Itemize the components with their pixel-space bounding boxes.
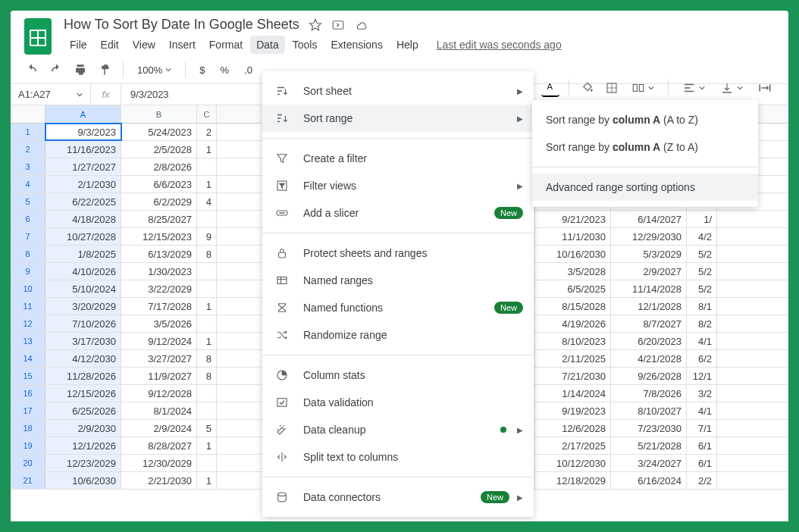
menu-add-slicer[interactable]: Add a slicer New — [262, 199, 534, 227]
submenu-advanced-sort[interactable]: Advanced range sorting options — [532, 174, 758, 201]
row-header[interactable]: 10 — [11, 280, 45, 297]
cell[interactable]: 1/8/2025 — [45, 246, 121, 262]
valign-button[interactable] — [716, 78, 747, 98]
cell[interactable]: 2/2 — [687, 472, 717, 489]
cell[interactable] — [197, 158, 217, 175]
cell[interactable]: 7/23/2030 — [611, 420, 687, 437]
print-button[interactable] — [71, 61, 89, 79]
redo-button[interactable] — [47, 61, 65, 79]
cell[interactable] — [197, 280, 217, 297]
cell[interactable]: 3/27/2027 — [121, 350, 197, 367]
cell[interactable]: 2/9/2027 — [611, 263, 687, 280]
cell[interactable]: 6/16/2024 — [611, 472, 687, 489]
menu-sort-range[interactable]: Sort range ▶ — [262, 105, 534, 132]
cell[interactable]: 4/1 — [687, 333, 717, 349]
cell[interactable]: 11/28/2026 — [45, 368, 121, 384]
cell[interactable]: 7/1 — [687, 420, 717, 437]
cell[interactable]: 7/17/2028 — [121, 298, 197, 315]
cell[interactable]: 8/1/2024 — [121, 402, 197, 419]
cell[interactable]: 8/10/2023 — [535, 333, 611, 349]
cloud-icon[interactable] — [354, 18, 368, 32]
row-header[interactable]: 2 — [11, 141, 45, 158]
menu-help[interactable]: Help — [390, 36, 425, 54]
cell[interactable]: 6/14/2027 — [611, 211, 687, 227]
percent-button[interactable]: % — [215, 61, 233, 79]
text-color-button[interactable]: A — [541, 79, 559, 97]
cell[interactable]: 8/15/2028 — [535, 298, 611, 315]
cell[interactable]: 2/5/2028 — [121, 141, 197, 158]
cell[interactable]: 4/2 — [687, 228, 717, 245]
cell[interactable]: 1/14/2024 — [535, 385, 611, 402]
row-header[interactable]: 1 — [11, 124, 45, 140]
menu-column-stats[interactable]: Column stats — [262, 361, 534, 389]
cell[interactable]: 10/12/2030 — [535, 455, 611, 471]
menu-format[interactable]: Format — [203, 36, 249, 54]
row-header[interactable]: 16 — [11, 385, 45, 402]
row-header[interactable]: 17 — [11, 402, 45, 419]
cell[interactable]: 1 — [197, 472, 217, 489]
row-header[interactable]: 11 — [11, 298, 45, 315]
cell[interactable]: 10/27/2028 — [45, 228, 121, 245]
menu-data-cleanup[interactable]: Data cleanup ▶ — [262, 416, 534, 443]
cell[interactable]: 5 — [197, 420, 217, 437]
cell[interactable]: 12/15/2023 — [121, 228, 197, 245]
cell[interactable]: 2/21/2030 — [121, 472, 197, 489]
cell[interactable]: 9/12/2028 — [121, 385, 197, 402]
row-header[interactable]: 6 — [11, 211, 45, 227]
cell[interactable]: 3/20/2029 — [45, 298, 121, 315]
cell[interactable]: 7/21/2030 — [535, 368, 611, 384]
menu-data-validation[interactable]: Data validation — [262, 389, 534, 416]
cell[interactable] — [197, 315, 217, 332]
cell[interactable]: 7/8/2026 — [611, 385, 687, 402]
decimal-button[interactable]: .0 — [240, 61, 257, 79]
cell[interactable]: 8/25/2027 — [121, 211, 197, 227]
borders-button[interactable] — [603, 79, 621, 97]
menu-extensions[interactable]: Extensions — [324, 36, 388, 54]
cell[interactable]: 9/26/2028 — [611, 368, 687, 384]
cell[interactable]: 4/10/2026 — [45, 263, 121, 280]
cell[interactable]: 10/16/2030 — [535, 246, 611, 262]
wrap-button[interactable] — [754, 78, 776, 98]
menu-data[interactable]: Data — [250, 36, 285, 54]
cell[interactable]: 9/21/2023 — [535, 211, 611, 227]
cell[interactable]: 9/12/2024 — [121, 333, 197, 349]
cell[interactable]: 5/10/2024 — [45, 280, 121, 297]
cell[interactable]: 4 — [197, 193, 217, 210]
column-header[interactable]: C — [197, 105, 217, 123]
menu-protect[interactable]: Protect sheets and ranges — [262, 239, 534, 267]
cell[interactable]: 5/21/2028 — [611, 437, 687, 454]
cell[interactable]: 1 — [197, 333, 217, 349]
menu-view[interactable]: View — [127, 36, 161, 54]
cell[interactable]: 2 — [197, 124, 217, 140]
cell[interactable] — [197, 455, 217, 471]
cell[interactable]: 11/1/2030 — [535, 228, 611, 245]
row-header[interactable]: 8 — [11, 246, 45, 262]
cell[interactable]: 8/2 — [687, 315, 717, 332]
cell[interactable]: 12/29/2030 — [611, 228, 687, 245]
paint-format-button[interactable] — [96, 61, 114, 79]
halign-button[interactable] — [678, 78, 710, 98]
cell[interactable] — [197, 263, 217, 280]
cell[interactable]: 8 — [197, 246, 217, 262]
cell[interactable]: 11/9/2027 — [121, 368, 197, 384]
cell[interactable]: 6/5/2025 — [535, 280, 611, 297]
cell[interactable]: 3/2 — [687, 385, 717, 402]
name-box[interactable]: A1:A27 — [11, 84, 91, 105]
row-header[interactable]: 15 — [11, 368, 45, 384]
menu-filter-views[interactable]: Filter views ▶ — [262, 172, 534, 199]
row-header[interactable]: 18 — [11, 420, 45, 437]
cell[interactable]: 6/25/2026 — [45, 402, 121, 419]
cell[interactable]: 1/ — [687, 211, 717, 227]
cell[interactable]: 9 — [197, 228, 217, 245]
zoom-selector[interactable]: 100% — [133, 61, 176, 79]
cell[interactable]: 5/24/2023 — [121, 124, 197, 140]
menu-named-functions[interactable]: Named functions New — [262, 294, 534, 321]
menu-sort-sheet[interactable]: Sort sheet ▶ — [262, 77, 534, 105]
cell[interactable]: 6/6/2023 — [121, 176, 197, 192]
cell[interactable]: 6/22/2025 — [45, 193, 121, 210]
undo-button[interactable] — [23, 61, 41, 79]
cell[interactable]: 12/18/2029 — [535, 472, 611, 489]
cell[interactable]: 6/1 — [687, 455, 717, 471]
row-header[interactable]: 19 — [11, 437, 45, 454]
cell[interactable]: 3/24/2027 — [611, 455, 687, 471]
